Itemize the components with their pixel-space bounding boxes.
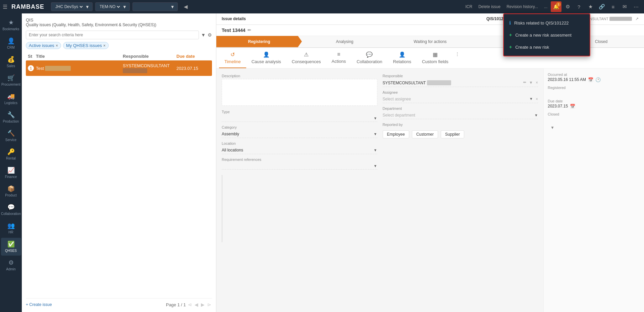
tab-relations[interactable]: 👤 Relations (388, 48, 417, 68)
product-icon: 📦 (7, 185, 15, 192)
type-select[interactable]: ▼ (222, 115, 377, 122)
sidebar-item-admin[interactable]: ⚙ Admin (1, 256, 21, 274)
sidebar-item-hr[interactable]: 👥 HR (1, 219, 21, 237)
category-select[interactable]: Assembly ▼ (222, 130, 377, 138)
employee-btn[interactable]: Employee (383, 130, 409, 138)
occurred-at-value: 2023.05.16 11:55 AM (548, 77, 586, 82)
calendar-icon-due[interactable]: 📅 (570, 104, 575, 109)
country-select[interactable]: TEM-NO (98, 4, 121, 9)
customer-btn[interactable]: Customer (412, 130, 438, 138)
record-input[interactable]: QIS/101222 (136, 4, 169, 9)
filter-active-issues[interactable]: Active issues × (26, 42, 61, 49)
tab-consequences[interactable]: ⚠ Consequences (286, 48, 326, 68)
notification-bell-btn[interactable]: 🔔 1 (551, 1, 561, 12)
form-right-col: Responsible SYSTEMCONSULTANT ████ ✏ ▼ (383, 74, 538, 170)
page-first-btn[interactable]: ⊲ (187, 301, 193, 308)
tab-collaboration[interactable]: 💬 Collaboration (351, 48, 388, 68)
type-label: Type (222, 110, 377, 114)
location-select[interactable]: All locations ▼ (222, 146, 377, 154)
responsible-remove-btn[interactable]: × (536, 80, 538, 85)
sidebar-item-service[interactable]: 🔨 Service (1, 127, 21, 145)
sidebar-item-bookmarks[interactable]: ★ Bookmarks (1, 16, 21, 34)
info-icon: ℹ (509, 20, 511, 26)
sidebar-item-sales[interactable]: 💰 Sales (1, 53, 21, 71)
filter-icon-btn[interactable]: ▼ (201, 32, 206, 38)
sidebar-label-crm: CRM (7, 46, 15, 50)
help-icon-btn[interactable]: ? (574, 1, 584, 12)
external-link-icon[interactable]: ↗ (635, 16, 639, 21)
supplier-btn[interactable]: Supplier (441, 130, 464, 138)
department-dropdown-arrow[interactable]: ▼ (534, 113, 538, 117)
time-icon-occurred[interactable]: 🕐 (595, 77, 601, 82)
country-dropdown[interactable]: TEM-NO ▼ (95, 2, 130, 11)
popup-item-new-assessment[interactable]: + Create a new risk assesment (504, 29, 590, 41)
side-expand-arrow[interactable]: ▼ (548, 123, 557, 133)
wf-step-waiting[interactable]: Waiting for actions (387, 36, 473, 47)
assignee-clear-btn[interactable]: × (536, 97, 538, 101)
registered-value (548, 90, 640, 95)
popup-item-risks-related[interactable]: ℹ Risks related to QIS/101222 (504, 17, 590, 29)
link-icon-btn[interactable]: 🔗 (596, 1, 607, 12)
tab-custom-fields[interactable]: ▦ Custom fields (417, 48, 454, 68)
revision-history-btn[interactable]: Revision history... (504, 3, 541, 10)
sidebar-item-production[interactable]: 🔧 Production (1, 108, 21, 126)
mail-icon-btn[interactable]: ✉ (619, 1, 630, 12)
settings-icon-btn[interactable]: ⚙ (562, 1, 573, 12)
tab-more-btn[interactable]: ⋮ (454, 48, 461, 68)
page-prev-btn[interactable]: ◀ (194, 301, 199, 308)
sidebar-item-logistics[interactable]: 🚚 Logistics (1, 90, 21, 108)
calendar-icon-occurred[interactable]: 📅 (588, 77, 593, 82)
category-dropdown-arrow[interactable]: ▼ (374, 132, 377, 136)
responsible-clear-btn[interactable]: ▼ (529, 80, 533, 85)
description-textarea[interactable] (222, 79, 377, 106)
popup-item-new-risk[interactable]: + Create a new risk (504, 41, 590, 53)
title-edit-icon[interactable]: ✏ (248, 28, 251, 33)
assignee-dropdown-arrow[interactable]: ▼ (529, 97, 533, 101)
col-responsible: Responsible (123, 54, 176, 59)
sidebar-item-procurement[interactable]: 🛒 Procurement (1, 72, 21, 89)
bookmark-icon-btn[interactable]: ★ (585, 1, 596, 12)
sidebar-item-qhses[interactable]: ✅ QHSES (1, 238, 21, 256)
icr-btn[interactable]: ICR (463, 3, 475, 10)
hamburger-icon[interactable]: ☰ (3, 4, 7, 10)
company-select[interactable]: JHC DevSys (54, 4, 84, 9)
create-issue-btn[interactable]: + Create issue (26, 302, 52, 307)
sidebar-item-crm[interactable]: 👤 CRM (1, 35, 21, 52)
sidebar-item-product[interactable]: 📦 Product (1, 182, 21, 200)
page-last-btn[interactable]: ⊳ (207, 301, 212, 308)
table-row[interactable]: 1 Test ████ SYSTEMCONSULTANT ████ 2023.0… (26, 60, 212, 76)
menu-icon-btn[interactable]: ≡ (608, 1, 619, 12)
filter-active-remove[interactable]: × (56, 43, 58, 48)
panel-title: Quality issues (Quality, Health, Safety,… (26, 23, 212, 27)
filter-row: Active issues × My QHSES issues × (26, 42, 212, 49)
delete-issue-btn[interactable]: Delete issue (476, 3, 503, 10)
wf-step-analysing[interactable]: Analysing (302, 36, 387, 47)
sidebar-item-collaboration[interactable]: 💬 Collaboration (1, 201, 21, 219)
more-icon-btn[interactable]: ⋯ (631, 1, 641, 12)
department-select[interactable]: Select department ▼ (383, 112, 538, 119)
assignee-select[interactable]: Select assignee ▼ × (383, 95, 538, 103)
req-ref-select[interactable]: ▼ (222, 163, 377, 170)
type-dropdown-arrow[interactable]: ▼ (374, 116, 377, 120)
req-ref-arrow[interactable]: ▼ (374, 164, 377, 168)
location-dropdown-arrow[interactable]: ▼ (374, 148, 377, 152)
sidebar-item-rental[interactable]: 🔑 Rental (1, 145, 21, 163)
search-input[interactable] (26, 31, 199, 39)
responsible-edit-icon[interactable]: ✏ (523, 80, 526, 85)
wf-step-registering[interactable]: Registering (216, 36, 302, 47)
record-dropdown[interactable]: QIS/101222 ▼ (132, 2, 178, 11)
company-dropdown[interactable]: JHC DevSys ▼ (51, 2, 93, 11)
popup-item-risks-label: Risks related to QIS/101222 (514, 20, 569, 26)
back-btn[interactable]: ◀ (180, 1, 191, 12)
detail-body: Description Type ▼ (216, 69, 644, 312)
page-next-btn[interactable]: ▶ (200, 301, 205, 308)
more-actions-btn[interactable]: ... (541, 3, 550, 10)
filter-my-qhses-remove[interactable]: × (103, 43, 106, 48)
tab-cause-analysis[interactable]: 👤 Cause analysis (246, 48, 286, 68)
search-settings-btn[interactable]: ⚙ (208, 32, 212, 38)
tab-actions[interactable]: ≡ Actions (326, 48, 352, 68)
tab-timeline[interactable]: ↺ Timeline (219, 48, 246, 68)
filter-my-qhses[interactable]: My QHSES issues × (63, 42, 109, 49)
due-date-field: Due date 2023.07.15 📅 (548, 99, 640, 109)
sidebar-item-finance[interactable]: 📈 Finance (1, 164, 21, 182)
